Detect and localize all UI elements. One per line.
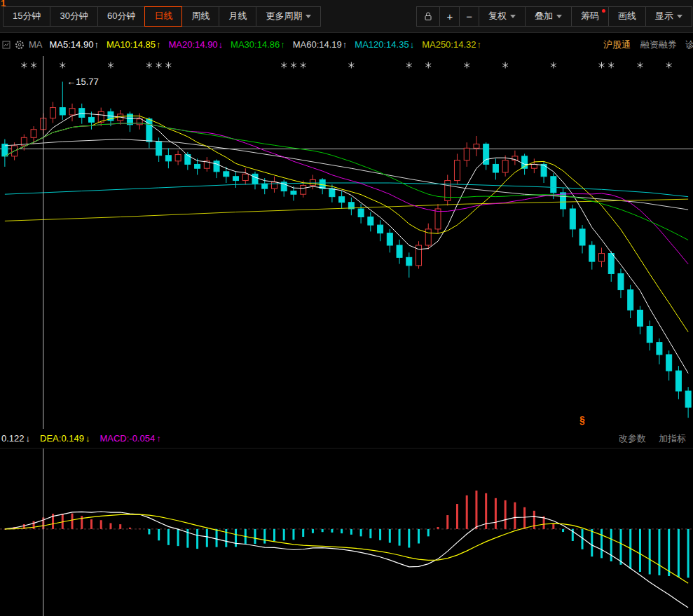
chevron-down-icon [306,15,311,18]
chevron-down-icon [556,15,562,18]
macd-chart[interactable] [0,449,693,616]
ma-indicator-bar: MA MA5:14.90 ↑ MA10:14.85 ↑ MA20:14.90 ↓… [0,33,693,56]
trend-up-arrow-icon: ↑ [477,39,482,50]
display-label: 显示 [655,10,673,22]
chip-distribution-button[interactable]: 筹码 [571,6,609,27]
tab-60min[interactable]: 60分钟 [97,6,145,27]
ma120-readout: MA120:14.35 ↓ [355,39,414,50]
panel-icon [2,41,11,49]
trend-up-arrow-icon: ↑ [156,433,161,444]
dea-value: DEA:0.149 [40,433,84,444]
gear-icon[interactable] [15,40,25,50]
trend-up-arrow-icon: ↑ [280,39,285,50]
stock-chart-app: 1 15分钟 30分钟 60分钟 日线 周线 月线 更多周期 + − 复权 [0,0,693,616]
ma250-readout: MA250:14.32 ↑ [422,39,481,50]
ma20-value: MA20:14.90 [168,39,217,50]
ma5-value: MA5:14.90 [50,39,94,50]
notification-dot-icon [602,9,605,13]
period-toolbar: 1 15分钟 30分钟 60分钟 日线 周线 月线 更多周期 + − 复权 [0,0,693,33]
ma60-value: MA60:14.19 [293,39,342,50]
trend-down-arrow-icon: ↓ [410,39,415,50]
tab-more-periods[interactable]: 更多周期 [256,6,321,27]
link-clipped[interactable]: 诊 [685,39,693,51]
tab-weekly[interactable]: 周线 [181,6,219,27]
svg-text:§: § [579,414,585,425]
change-params-button[interactable]: 改参数 [619,432,646,445]
overlay-label: 叠加 [535,10,553,22]
tab-30min[interactable]: 30分钟 [50,6,97,27]
ma30-value: MA30:14.86 [231,39,280,50]
dif-value: 0.122 [1,433,25,444]
macd-header: 0.122 ↓ DEA:0.149 ↓ MACD:-0.054 ↑ 改参数 加指… [0,429,693,449]
ma250-value: MA250:14.32 [422,39,476,50]
zoom-out-button[interactable]: − [459,6,479,27]
link-hugutong[interactable]: 沪股通 [603,39,631,51]
trend-down-arrow-icon: ↓ [219,39,224,50]
dea-readout: DEA:0.149 ↓ [40,433,90,444]
adjust-price-label: 复权 [488,10,507,22]
chevron-down-icon [510,15,516,18]
period-tabs: 15分钟 30分钟 60分钟 日线 周线 月线 更多周期 [4,6,321,27]
svg-text:←15.77: ←15.77 [67,76,99,87]
macd-value: MACD:-0.054 [100,433,155,444]
ma120-value: MA120:14.35 [355,39,409,50]
candlestick-chart[interactable]: ←15.77§ [0,56,693,429]
ma20-readout: MA20:14.90 ↓ [168,39,223,50]
ma60-readout: MA60:14.19 ↑ [293,39,348,50]
trend-up-arrow-icon: ↑ [94,39,99,50]
ma-group-label[interactable]: MA [29,39,43,50]
chevron-down-icon [677,15,682,18]
dif-readout: 0.122 ↓ [1,433,30,444]
macd-chart-svg [0,449,693,616]
trend-up-arrow-icon: ↑ [156,39,161,50]
ma10-value: MA10:14.85 [107,39,156,50]
trend-down-arrow-icon: ↓ [26,433,31,444]
link-margin-trading[interactable]: 融资融券 [640,39,677,51]
tab-more-periods-label: 更多周期 [266,10,302,22]
lock-icon [423,11,433,21]
ma30-readout: MA30:14.86 ↑ [231,39,285,50]
candlestick-chart-svg: ←15.77§ [0,56,693,429]
tab-monthly[interactable]: 月线 [219,6,256,27]
ma5-readout: MA5:14.90 ↑ [50,39,99,50]
lock-button[interactable] [416,6,440,27]
draw-line-button[interactable]: 画线 [608,6,646,27]
overlay-button[interactable]: 叠加 [525,6,572,27]
toolbar-actions: + − 复权 叠加 筹码 画线 显示 [417,6,692,27]
chip-distribution-label: 筹码 [581,10,599,22]
display-button[interactable]: 显示 [645,6,692,27]
add-indicator-button[interactable]: 加指标 [659,432,686,445]
zoom-in-button[interactable]: + [439,6,460,27]
tab-daily[interactable]: 日线 [144,6,182,27]
tab-15min[interactable]: 15分钟 [3,6,50,27]
ma10-readout: MA10:14.85 ↑ [107,39,161,50]
trend-up-arrow-icon: ↑ [343,39,348,50]
macd-readout: MACD:-0.054 ↑ [100,433,160,444]
adjust-price-button[interactable]: 复权 [479,6,526,27]
trend-down-arrow-icon: ↓ [85,433,90,444]
